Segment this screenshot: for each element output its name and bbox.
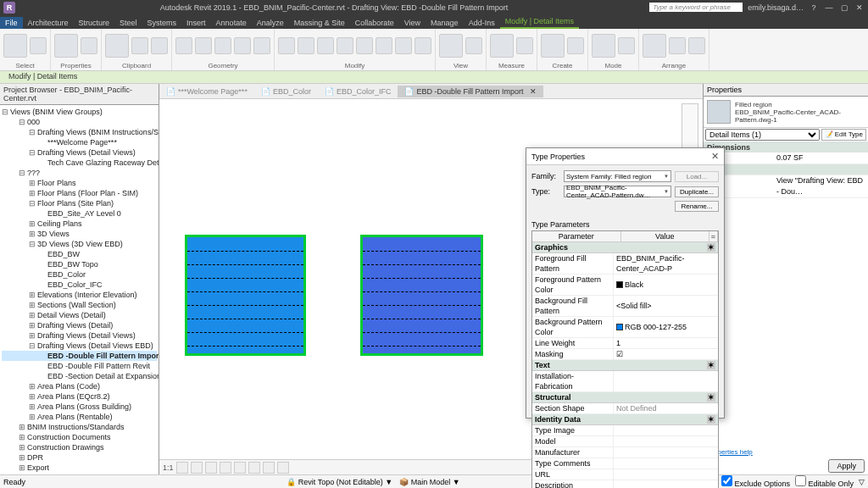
tree-item[interactable]: EBD -Section Detail at Expansion Joint (2, 371, 157, 381)
ribbon-icon[interactable] (541, 34, 565, 58)
identity-category[interactable]: Identity Data✶ (532, 414, 718, 425)
rename-button[interactable]: Rename... (675, 201, 719, 212)
load-button[interactable]: Load... (675, 171, 719, 182)
tree-item[interactable]: EBD_Color (2, 269, 157, 280)
fg-fill-value[interactable]: EBD_BNIM_Pacific-Center_ACAD-P (614, 253, 718, 274)
status-workset[interactable]: 🔒 Revit Topo (Not Editable) ▼ (287, 478, 392, 486)
ribbon-tab-collaborate[interactable]: Collaborate (350, 17, 399, 29)
ribbon-icon[interactable] (337, 37, 353, 54)
ribbon-tab-file[interactable]: File (0, 17, 23, 29)
dialog-close-icon[interactable]: ✕ (711, 151, 719, 162)
tab-close-icon[interactable]: ✕ (530, 87, 537, 96)
sun-path-icon[interactable] (205, 462, 217, 474)
tree-item[interactable]: ⊞Export (2, 463, 157, 473)
ribbon-icon[interactable] (490, 34, 514, 58)
ribbon-icon[interactable] (214, 37, 231, 54)
ribbon-icon[interactable] (81, 37, 97, 54)
project-browser-tree[interactable]: ⊟Views (BNIM View Groups)⊟000⊟Drafting V… (0, 105, 159, 474)
ribbon-icon[interactable] (105, 34, 129, 58)
help-icon[interactable]: ? (809, 3, 819, 12)
ribbon-tab-annotate[interactable]: Annotate (211, 17, 252, 29)
ribbon-tab-manage[interactable]: Manage (426, 17, 464, 29)
ribbon-icon[interactable] (376, 37, 392, 54)
ribbon-icon[interactable] (356, 37, 373, 54)
tree-item[interactable]: EBD_Color_IFC (2, 280, 157, 290)
ribbon-tab-steel[interactable]: Steel (114, 17, 142, 29)
tree-item[interactable]: ⊞3D Views (2, 229, 157, 239)
tree-item[interactable]: EBD -Double Fill Pattern Import (2, 351, 157, 361)
bg-color-value[interactable]: RGB 000-127-255 (614, 317, 718, 337)
status-model[interactable]: 📦 Main Model ▼ (399, 478, 459, 486)
exclude-options-check[interactable]: Exclude Options (721, 475, 790, 488)
ribbon-tab-view[interactable]: View (399, 17, 426, 29)
search-input[interactable]: Type a keyword or phrase (649, 3, 743, 12)
ribbon-tab-massing-site[interactable]: Massing & Site (289, 17, 350, 29)
tree-item[interactable]: ⊞Floor Plans (2, 178, 157, 188)
section-shape-value[interactable]: Not Defined (614, 403, 718, 413)
ribbon-icon[interactable] (643, 34, 666, 58)
ribbon-icon[interactable] (195, 37, 212, 54)
tree-item[interactable]: ⊞Drafting Views (Detail) (2, 320, 157, 330)
ribbon-icon[interactable] (465, 37, 482, 54)
tree-item[interactable]: ⊟Drafting Views (BNIM Instructions/Stand… (2, 127, 157, 137)
ribbon-tab-architecture[interactable]: Architecture (23, 17, 74, 29)
text-category[interactable]: Text✶ (532, 360, 718, 371)
ribbon-icon[interactable] (439, 34, 463, 58)
crop-region-icon[interactable] (248, 462, 260, 474)
ribbon-tab-add-ins[interactable]: Add-Ins (464, 17, 500, 29)
tree-root[interactable]: ⊟Views (BNIM View Groups) (2, 107, 157, 117)
filled-region[interactable] (185, 235, 306, 356)
ribbon-icon[interactable] (298, 37, 314, 54)
graphics-category[interactable]: Graphics✶ (532, 242, 718, 253)
tree-item[interactable]: ⊞Area Plans (Code) (2, 381, 157, 391)
type-combo[interactable]: EBD_BNIM_Pacific-Center_ACAD-Pattern.dw… (564, 186, 671, 197)
ribbon-tab-insert[interactable]: Insert (181, 17, 211, 29)
properties-help-link[interactable]: Properties help (704, 446, 868, 458)
visual-style-icon[interactable] (191, 462, 203, 474)
ribbon-tab-structure[interactable]: Structure (74, 17, 115, 29)
ribbon-tab-modify-detail-items[interactable]: Modify | Detail Items (500, 15, 579, 29)
tree-item[interactable]: ⊞Elevations (Interior Elevation) (2, 290, 157, 300)
tree-item[interactable]: ⊟Floor Plans (Site Plan) (2, 198, 157, 208)
tree-item[interactable]: ⊟3D Views (3D View EBD) (2, 239, 157, 249)
scale-label[interactable]: 1:1 (163, 463, 174, 472)
tree-item[interactable]: ⊞Area Plans (Rentable) (2, 412, 157, 422)
editable-only-check[interactable]: Editable Only (795, 475, 854, 488)
doc-tab[interactable]: 📄EBD_Color (254, 86, 318, 97)
tree-item[interactable]: ⊞Ceiling Plans (2, 219, 157, 229)
doc-tab[interactable]: 📄EBD_Color_IFC (318, 86, 398, 97)
tree-item[interactable]: ⊟Drafting Views (Detail Views) (2, 147, 157, 158)
masking-value[interactable]: ☑ (614, 349, 718, 359)
bg-fill-value[interactable]: <Solid fill> (614, 296, 718, 316)
duplicate-button[interactable]: Duplicate... (675, 186, 719, 197)
ribbon-icon[interactable] (592, 34, 615, 58)
tree-item[interactable]: ⊞DPR (2, 452, 157, 463)
tree-item[interactable]: ⊞Drafting Views (Detail Views) (2, 330, 157, 341)
ribbon-icon[interactable] (30, 37, 47, 54)
tree-item[interactable]: ⊟??? (2, 168, 157, 178)
maximize-icon[interactable]: ▢ (839, 3, 849, 12)
tree-item[interactable]: EBD_BW Topo (2, 259, 157, 269)
family-combo[interactable]: System Family: Filled region (564, 170, 671, 182)
tree-item[interactable]: ⊞Construction Drawings (2, 442, 157, 452)
ribbon-icon[interactable] (415, 37, 431, 54)
ribbon-icon[interactable] (688, 37, 705, 54)
edit-type-button[interactable]: 📝 Edit Type (821, 129, 866, 141)
tree-item[interactable]: EBD -Double Fill Pattern Revit (2, 361, 157, 371)
ribbon-icon[interactable] (175, 37, 192, 54)
ribbon-icon[interactable] (151, 37, 168, 54)
doc-tab[interactable]: 📄EBD -Double Fill Pattern Import✕ (398, 86, 542, 97)
minimize-icon[interactable]: — (824, 3, 834, 12)
tree-item[interactable]: ⊞Construction Documents (2, 432, 157, 442)
ribbon-icon[interactable] (253, 37, 270, 54)
tree-item[interactable]: ***Welcome Page*** (2, 137, 157, 147)
reveal-hidden-icon[interactable] (277, 462, 289, 474)
ribbon-icon[interactable] (516, 37, 533, 54)
line-weight-value[interactable]: 1 (614, 338, 718, 348)
tree-item[interactable]: Tech Cave Glazing Raceway Detail B (2, 158, 157, 168)
hide-isolate-icon[interactable] (263, 462, 275, 474)
selection-filter[interactable]: Detail Items (1) (705, 129, 820, 141)
ribbon-icon[interactable] (278, 37, 295, 54)
filter-icon[interactable]: ▽ (859, 478, 865, 486)
tree-item[interactable]: ⊟000 (2, 117, 157, 127)
